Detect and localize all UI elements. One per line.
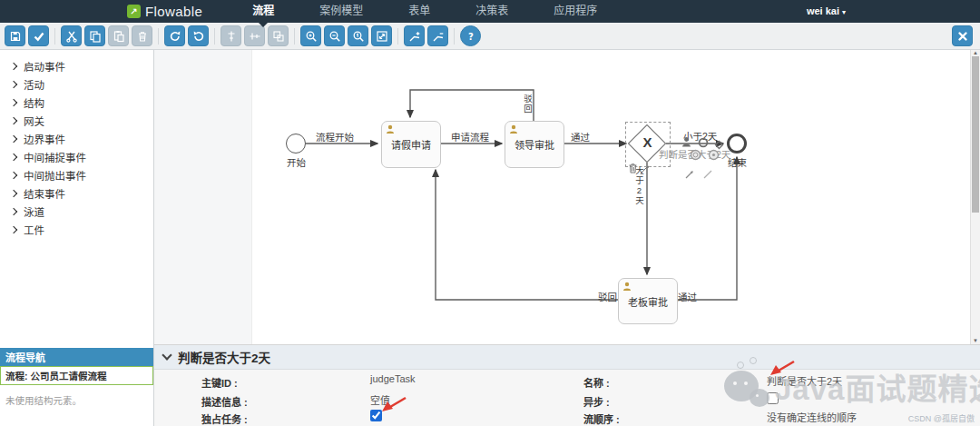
- redo-icon: [169, 30, 181, 43]
- toolbar-group-6: ?: [460, 25, 481, 46]
- toolbar-separator: [214, 28, 215, 45]
- user-name: wei kai: [807, 5, 839, 16]
- palette-group-0[interactable]: 启动事件: [0, 57, 153, 75]
- user-task-leader-approve[interactable]: 领导审批: [505, 121, 564, 168]
- quick-morph-timer-icon[interactable]: [690, 148, 701, 164]
- nav-item-3[interactable]: 决策表: [453, 0, 531, 23]
- palette-group-2[interactable]: 结构: [0, 94, 153, 112]
- bendpoint-remove-button[interactable]: [427, 25, 448, 46]
- chevron-right-icon: [10, 63, 17, 70]
- chevron-right-icon: [10, 81, 17, 88]
- task-label: 请假申请: [391, 137, 431, 152]
- user-task-apply[interactable]: 请假申请: [381, 121, 441, 168]
- diagram-canvas: 开始 请假申请 领导审批 老板审批 X 判断是否大于2天 结束 流程开始 申请流…: [154, 50, 980, 344]
- red-annotation-arrow: [379, 394, 408, 414]
- zoom-fit-button[interactable]: [371, 25, 392, 46]
- main-menu: 流程案例模型表单决策表应用程序: [230, 0, 620, 23]
- delete-button: [132, 25, 152, 46]
- delete-shape-icon[interactable]: [628, 161, 638, 177]
- quick-morph-event-icon[interactable]: [708, 148, 720, 164]
- nav-item-2[interactable]: 表单: [386, 0, 453, 23]
- field-value[interactable]: judgeTask: [370, 373, 416, 384]
- wechat-logo-icon: [724, 371, 759, 401]
- toolbar-separator: [397, 28, 398, 45]
- start-event-label: 开始: [287, 155, 306, 169]
- user-menu[interactable]: wei kai▾: [807, 0, 846, 24]
- undo-button[interactable]: [188, 25, 209, 46]
- palette-group-1[interactable]: 活动: [0, 75, 153, 94]
- brand-name: Flowable: [145, 4, 202, 19]
- shape-palette-sidebar: 启动事件活动结构网关边界事件中间捕捉事件中间抛出事件结束事件泳道工件 流程导航 …: [0, 50, 154, 426]
- palette-group-5[interactable]: 中间捕捉事件: [0, 148, 153, 166]
- validate-button[interactable]: [28, 25, 49, 46]
- properties-header[interactable]: 判断是否大于2天: [154, 345, 980, 370]
- sequence-flows[interactable]: [154, 50, 971, 344]
- copy-button[interactable]: [84, 25, 105, 46]
- close-icon: [956, 30, 969, 43]
- palette-group-6[interactable]: 中间抛出事件: [0, 166, 153, 184]
- cut-button[interactable]: [61, 25, 82, 46]
- chevron-right-icon: [10, 208, 17, 215]
- palette-group-label: 中间抛出事件: [24, 168, 86, 183]
- palette-group-label: 网关: [24, 114, 44, 128]
- field-label: 描述信息 :: [201, 394, 248, 409]
- gateway-x-symbol: X: [641, 134, 654, 150]
- top-navbar: ↗ Flowable 流程案例模型表单决策表应用程序 wei kai▾: [0, 0, 980, 23]
- toolbar-group-4: [300, 25, 392, 46]
- flowable-brand[interactable]: ↗ Flowable: [127, 4, 202, 19]
- scroll-up-icon[interactable]: ▲: [971, 50, 980, 56]
- help-button[interactable]: ?: [460, 25, 481, 46]
- validate-icon: [33, 30, 45, 43]
- zoom-actual-button[interactable]: [348, 25, 368, 46]
- palette-group-label: 泳道: [24, 204, 44, 219]
- flow-label: 申请流程: [451, 130, 489, 144]
- nav-item-4[interactable]: 应用程序: [531, 0, 620, 23]
- process-navigator-header: 流程导航: [0, 348, 153, 366]
- editor-toolbar: ?: [0, 23, 980, 50]
- connect-line-icon[interactable]: [702, 167, 713, 183]
- flowable-logo-icon: ↗: [127, 5, 141, 18]
- palette-group-8[interactable]: 泳道: [0, 203, 153, 221]
- scrollbar-thumb[interactable]: [972, 56, 979, 213]
- nav-item-1[interactable]: 案例模型: [297, 0, 386, 23]
- chevron-right-icon: [10, 99, 17, 106]
- bendpoint-add-button[interactable]: [404, 25, 425, 46]
- field-label: 流顺序 :: [583, 411, 620, 426]
- start-event[interactable]: [286, 134, 306, 154]
- connect-arrow-icon[interactable]: [684, 167, 695, 183]
- process-navigator: 流程导航 流程: 公司员工请假流程 未使用结构元素。: [0, 348, 153, 426]
- palette-group-label: 结束事件: [24, 186, 65, 201]
- user-task-boss-approve[interactable]: 老板审批: [618, 278, 678, 324]
- redo-button[interactable]: [164, 25, 185, 46]
- task-label: 老板审批: [628, 294, 668, 309]
- field-label: 名称 :: [583, 375, 610, 390]
- toolbar-group-2: [164, 25, 209, 46]
- nav-item-0[interactable]: 流程: [230, 0, 297, 23]
- chevron-right-icon: [10, 226, 17, 233]
- copy-icon: [89, 30, 102, 43]
- field-value[interactable]: 没有确定连线的顺序: [767, 410, 857, 424]
- palette-group-4[interactable]: 边界事件: [0, 130, 153, 148]
- zoom-out-button[interactable]: [324, 25, 345, 46]
- edit-shape-icon[interactable]: [640, 162, 650, 178]
- task-label: 领导审批: [514, 137, 554, 152]
- palette-group-3[interactable]: 网关: [0, 112, 153, 130]
- async-checkbox[interactable]: [767, 392, 779, 404]
- field-label: 异步 :: [583, 394, 610, 409]
- process-navigator-selected-row[interactable]: 流程: 公司员工请假流程: [0, 366, 153, 385]
- palette-group-label: 活动: [24, 77, 44, 92]
- palette-group-9[interactable]: 工件: [0, 221, 153, 239]
- zoom-in-button[interactable]: [300, 25, 321, 46]
- save-button[interactable]: [5, 25, 25, 46]
- zoom-in-icon: [305, 30, 318, 43]
- close-editor-button[interactable]: [952, 25, 973, 46]
- cut-icon: [65, 30, 78, 43]
- scroll-down-icon[interactable]: ▼: [971, 338, 980, 344]
- paste-icon: [113, 30, 125, 43]
- vertical-scrollbar[interactable]: ▲ ▼: [970, 50, 980, 344]
- palette-group-label: 中间捕捉事件: [24, 150, 86, 164]
- end-event[interactable]: [727, 134, 747, 154]
- user-task-icon: [509, 124, 518, 135]
- toolbar-group-5: [404, 25, 448, 46]
- palette-group-7[interactable]: 结束事件: [0, 184, 153, 203]
